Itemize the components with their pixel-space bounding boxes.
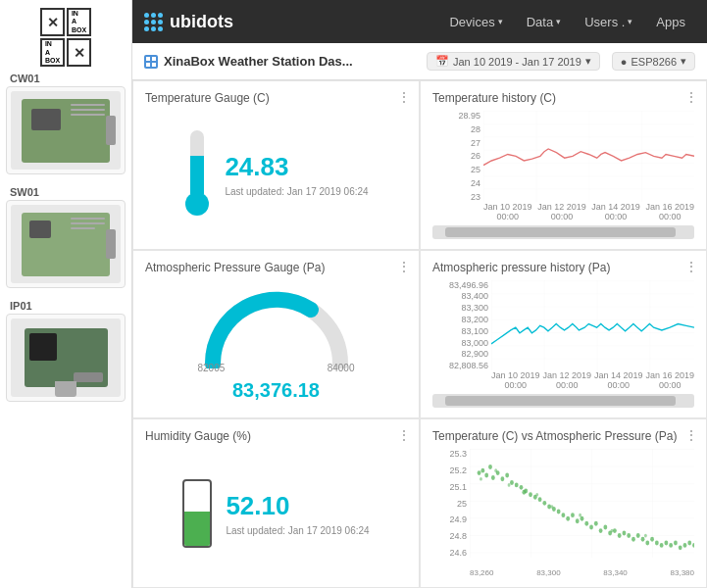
temp-history-x-axis: Jan 10 2019 00:00 Jan 12 2019 00:00 Jan … [483, 202, 694, 221]
temperature-history-widget: Temperature history (C) ⋮ 28.95 28 27 26… [420, 80, 707, 250]
x-label: 83,260 [470, 568, 493, 577]
svg-point-14 [505, 473, 509, 478]
pcb-lines-cw01 [71, 104, 105, 116]
svg-point-63 [644, 534, 647, 538]
svg-point-19 [529, 493, 532, 498]
nav-item-devices[interactable]: Devices ▾ [439, 11, 512, 33]
y-label: 24 [432, 178, 483, 188]
svg-point-8 [484, 473, 488, 478]
svg-point-42 [631, 537, 635, 542]
chevron-down-icon: ▾ [498, 17, 503, 26]
thermometer-icon [183, 130, 211, 219]
svg-point-24 [547, 505, 551, 510]
svg-point-46 [650, 537, 654, 542]
y-label: 83,100 [432, 326, 491, 336]
svg-rect-0 [146, 57, 150, 61]
x-label: 83,380 [671, 568, 694, 577]
pressure-value: 83,376.18 [232, 379, 320, 402]
device-label-cw01: CW01 [10, 73, 40, 84]
top-nav: ubidots Devices ▾ Data ▾ Users . ▾ Apps [132, 0, 707, 43]
scatter-y-axis: 25.3 25.2 25.1 25 24.9 24.8 24.6 [432, 449, 470, 558]
temp-last-updated: Last updated: Jan 17 2019 06:24 [225, 186, 368, 197]
y-label: 25.3 [432, 449, 470, 459]
svg-point-51 [674, 541, 678, 546]
svg-point-15 [510, 480, 514, 485]
svg-point-43 [636, 533, 640, 538]
svg-point-47 [655, 541, 659, 546]
sidebar-device-cw01[interactable] [6, 86, 126, 174]
humidity-gauge-title: Humidity Gauge (%) [145, 429, 407, 443]
humidity-last-updated: Last updated: Jan 17 2019 06:24 [226, 525, 369, 536]
dashboard-grid: Temperature Gauge (C) ⋮ 24.83 Last updat… [132, 80, 707, 588]
pcb-chip-sw01 [29, 220, 51, 238]
nav-item-users[interactable]: Users . ▾ [575, 11, 642, 33]
device-label-sw01: SW01 [10, 186, 39, 198]
svg-point-58 [508, 483, 511, 487]
widget-menu-icon[interactable]: ⋮ [684, 259, 698, 274]
sidebar-device-sw01[interactable] [6, 200, 126, 288]
sidebar-device-ip01[interactable] [6, 314, 126, 402]
widget-menu-icon[interactable]: ⋮ [684, 89, 698, 105]
x-label: Jan 12 2019 00:00 [542, 370, 591, 390]
x-label: 83,300 [536, 568, 560, 577]
y-label: 83,000 [432, 338, 491, 348]
nav-items: Devices ▾ Data ▾ Users . ▾ Apps [439, 11, 695, 33]
pcb-line [71, 114, 105, 116]
pressure-gauge-body: 82005 84000 83,376.18 [145, 280, 407, 409]
x-label: Jan 14 2019 00:00 [594, 370, 643, 390]
svg-point-23 [542, 501, 546, 506]
pressure-history-y-axis: 83,496.96 83,400 83,300 83,200 83,100 83… [432, 280, 491, 371]
y-label: 24.9 [432, 514, 470, 524]
pcb-chip-ip01 [29, 333, 57, 361]
svg-point-27 [562, 514, 566, 518]
device-inner-ip01 [11, 318, 121, 397]
scatter-title: Temperature (C) vs Atmospheric Pressure … [432, 429, 694, 443]
y-label: 24.8 [432, 531, 470, 541]
humidity-gauge-widget: Humidity Gauge (%) ⋮ 52.10 Last updated:… [132, 418, 420, 588]
temp-chart-area [483, 111, 694, 202]
date-range-badge[interactable]: 📅 Jan 10 2019 - Jan 17 2019 ▾ [427, 52, 600, 71]
chart-scrollbar[interactable] [432, 225, 694, 239]
scatter-x-axis: 83,260 83,300 83,340 83,380 [470, 568, 694, 577]
therm-tube [190, 130, 204, 194]
chart-scrollbar[interactable] [432, 394, 694, 408]
widget-menu-icon[interactable]: ⋮ [684, 427, 698, 443]
svg-point-48 [660, 543, 664, 548]
nav-item-data[interactable]: Data ▾ [517, 11, 571, 33]
therm-fill [190, 156, 204, 194]
device-icon: ● [621, 56, 628, 68]
temp-value-area: 24.83 Last updated: Jan 17 2019 06:24 [225, 152, 368, 197]
calendar-icon: 📅 [435, 55, 449, 68]
device-badge[interactable]: ● ESP8266 ▾ [612, 52, 695, 71]
widget-menu-icon[interactable]: ⋮ [397, 259, 411, 274]
battery-fill [184, 512, 210, 545]
temp-history-chart: 28.95 28 27 26 25 24 23 [432, 111, 694, 221]
y-label: 82,900 [432, 349, 491, 359]
svg-point-33 [589, 525, 593, 530]
y-label: 27 [432, 138, 483, 148]
dashboard-title: XinaBox Weather Station Das... [144, 54, 353, 69]
pcb-connector-sw01 [106, 229, 116, 259]
brand: ubidots [144, 12, 233, 32]
pcb-line [71, 218, 105, 220]
x-label: Jan 10 2019 00:00 [491, 370, 540, 390]
y-label: 24.6 [432, 548, 470, 558]
svg-point-35 [599, 528, 603, 533]
humidity-value-area: 52.10 Last updated: Jan 17 2019 06:24 [226, 491, 369, 536]
svg-point-29 [571, 514, 575, 518]
svg-point-59 [535, 493, 538, 497]
svg-point-17 [520, 485, 524, 490]
scrollbar-thumb [445, 396, 676, 406]
y-label: 25 [432, 499, 470, 509]
widget-menu-icon[interactable]: ⋮ [397, 427, 411, 443]
svg-point-7 [478, 470, 481, 475]
scatter-plot-widget: Temperature (C) vs Atmospheric Pressure … [420, 418, 707, 588]
nav-item-apps[interactable]: Apps [646, 11, 695, 33]
widget-menu-icon[interactable]: ⋮ [397, 89, 411, 105]
svg-point-45 [645, 541, 649, 546]
y-label: 23 [432, 192, 483, 202]
y-label: 26 [432, 151, 483, 161]
humidity-value: 52.10 [226, 491, 369, 521]
temp-history-title: Temperature history (C) [432, 91, 694, 105]
svg-point-41 [627, 533, 631, 538]
